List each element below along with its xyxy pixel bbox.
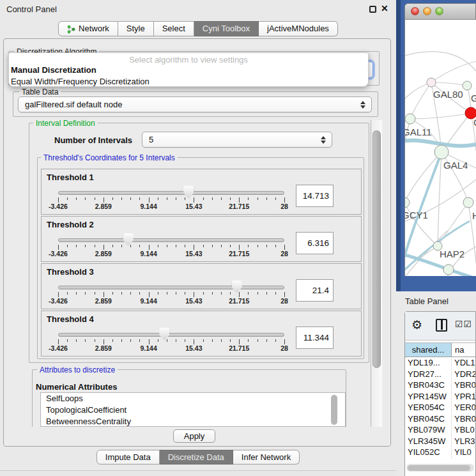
threshold-slider-thumb[interactable] [183, 186, 194, 199]
network-node-g[interactable] [463, 81, 472, 90]
tab-impute-data[interactable]: Impute Data [96, 450, 160, 464]
threshold-value-field[interactable] [296, 279, 334, 302]
network-node-gcy1[interactable] [405, 197, 410, 208]
zoom-traffic-light[interactable] [435, 7, 443, 15]
thresholds-group-label: Threshold's Coordinates for 5 Intervals [41, 153, 178, 162]
column-header-shared-name[interactable]: shared... [405, 343, 452, 357]
tick-label: 21.715 [229, 297, 249, 305]
algorithm-options: Manual DiscretizationEqual Width/Frequen… [9, 65, 368, 88]
number-of-intervals-combobox[interactable]: 5 [142, 132, 332, 148]
algorithm-dropdown-popup: Select algorithm to view settings Manual… [8, 52, 369, 87]
split-column-icon[interactable] [436, 319, 447, 332]
network-node-gal4[interactable] [434, 145, 449, 159]
threshold-value-field[interactable] [296, 326, 334, 349]
tab-style[interactable]: Style [118, 21, 154, 36]
table-cell: YPR145W [405, 392, 452, 403]
tab-label: Infer Network [242, 450, 291, 464]
network-node-label: G [471, 93, 476, 104]
threshold-slider-track[interactable] [58, 286, 284, 289]
table-row[interactable]: YPR145WYPR1 [405, 392, 475, 403]
tick-label: -3.426 [49, 297, 68, 305]
numerical-attributes-label: Numerical Attributes [36, 382, 117, 392]
table-row[interactable]: YDL19...YDL1 [405, 358, 475, 369]
network-edge [405, 52, 476, 71]
attributes-group-label: Attributes to discretize [37, 365, 118, 374]
table-panel: Table Panel ⚙ ☑☑ shared... na YDL19...YD… [396, 291, 476, 476]
close-traffic-light[interactable] [411, 7, 419, 15]
main-scrollbar-track[interactable] [371, 120, 382, 427]
threshold-value-field[interactable] [296, 232, 334, 254]
algorithm-option-manual-discretization[interactable]: Manual Discretization [9, 65, 368, 76]
tick-label: 9.144 [140, 344, 157, 352]
threshold-label: Threshold 1 [47, 173, 94, 182]
threshold-slider-thumb[interactable] [123, 233, 134, 246]
threshold-slider-thumb[interactable] [232, 280, 242, 293]
table-cell: YER0 [452, 403, 475, 414]
table-row[interactable]: YBL079WYBL0 [405, 425, 475, 436]
tick-label: -3.426 [49, 250, 68, 257]
network-node-gal11[interactable] [405, 114, 415, 124]
apply-button[interactable]: Apply [173, 429, 215, 443]
close-icon[interactable]: ✕ [381, 3, 388, 13]
threshold-slider-thumb[interactable] [159, 328, 169, 341]
table-data-combobox[interactable]: galFiltered.sif default node [18, 96, 372, 112]
table-cell: YLR345W [405, 436, 452, 448]
screen: Control Panel ✕ NetworkStyleSelectCyni T… [0, 0, 476, 476]
tick-label: 15.43 [185, 250, 202, 257]
number-of-intervals-label: Number of Intervals [54, 135, 132, 145]
table-cell: YIL052C [405, 447, 452, 459]
network-window-titlebar[interactable] [405, 4, 475, 20]
table-hscrollbar-thumb[interactable] [408, 465, 470, 471]
tab-jactivemnodules[interactable]: jActiveMNodules [259, 21, 338, 36]
threshold-slider-track[interactable] [58, 238, 284, 242]
tab-discretize-data[interactable]: Discretize Data [160, 450, 233, 464]
threshold-slider-track[interactable] [58, 333, 284, 337]
attribute-item-topologicalcoefficient[interactable]: TopologicalCoefficient [41, 404, 345, 416]
threshold-label: Threshold 4 [47, 314, 94, 324]
table-cell: YLR3 [452, 436, 475, 448]
tab-cyni-toolbox[interactable]: Cyni Toolbox [194, 21, 259, 36]
table-row[interactable]: YER054CYER0 [405, 403, 475, 414]
tab-infer-network[interactable]: Infer Network [233, 450, 300, 464]
threshold-slider-track[interactable] [58, 191, 284, 195]
minimize-traffic-light[interactable] [423, 7, 431, 15]
table-row[interactable]: YBR045CYBR0 [405, 414, 475, 426]
network-node-h[interactable] [463, 197, 473, 208]
thresholds-list: Threshold 1-3.4262.8599.14415.4321.71528… [41, 165, 362, 357]
table-row[interactable]: YIL052CYIL0 [405, 447, 475, 459]
table-body: YDL19...YDL1YDR27...YDR2YBR043CYBR0YPR14… [405, 358, 475, 465]
network-icon [67, 24, 75, 33]
attributes-list-scrollbar[interactable] [331, 395, 337, 425]
table-hscrollbar-track[interactable] [406, 464, 474, 472]
tab-label: jActiveMNodules [267, 22, 329, 36]
threshold-panel-2: Threshold 2-3.4262.8599.14415.4321.71528 [41, 216, 362, 262]
network-node-gal80[interactable] [427, 78, 436, 87]
tab-network[interactable]: Network [58, 21, 118, 36]
network-node-label: C [473, 117, 476, 128]
main-scrollbar-thumb[interactable] [372, 130, 381, 368]
table-row[interactable]: YLR345WYLR3 [405, 436, 475, 448]
interval-group-label: Interval Definition [33, 119, 98, 128]
select-columns-checkboxes-icon[interactable]: ☑☑ [455, 319, 472, 329]
float-window-icon[interactable] [369, 6, 376, 13]
tick-label: 28 [280, 344, 288, 352]
threshold-label: Threshold 3 [47, 267, 94, 277]
table-row[interactable]: YDR27...YDR2 [405, 369, 475, 381]
network-canvas[interactable]: GAL80GCGAL11GAL4GCY1HHAP2 [405, 20, 476, 276]
network-edge [410, 82, 431, 119]
table-cell: YDL19... [405, 358, 452, 369]
algorithm-option-equal-width-frequency-discretization[interactable]: Equal Width/Frequency Discretization [9, 76, 368, 88]
numerical-attributes-list[interactable]: SelfLoopsTopologicalCoefficientBetweenne… [40, 392, 346, 427]
tick-label: 15.43 [185, 344, 202, 352]
attribute-item-betweennesscentrality[interactable]: BetweennessCentrality [41, 416, 345, 427]
table-row[interactable]: YBR043CYBR0 [405, 380, 475, 392]
settings-gear-icon[interactable]: ⚙ [411, 318, 422, 332]
tab-label: Discretize Data [168, 450, 224, 464]
tab-select[interactable]: Select [154, 21, 194, 36]
table-cell: YBR0 [452, 414, 475, 426]
attribute-item-selfloops[interactable]: SelfLoops [41, 393, 345, 404]
network-node[interactable] [443, 265, 454, 275]
threshold-value-field[interactable] [296, 185, 334, 207]
column-header-name[interactable]: na [452, 343, 475, 357]
table-cell: YDR2 [452, 369, 475, 381]
